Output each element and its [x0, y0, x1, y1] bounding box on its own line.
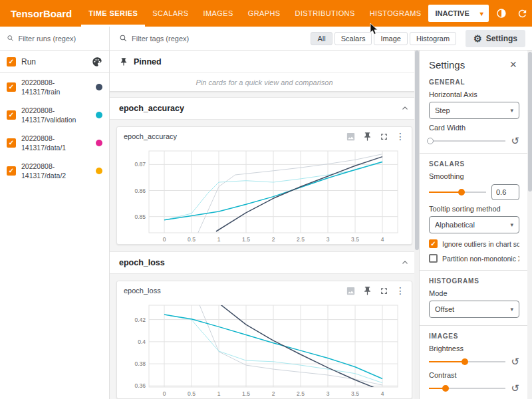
slider-thumb[interactable]	[458, 189, 465, 196]
contrast-label: Contrast	[429, 371, 519, 379]
cards-main-area: Pinned Pin cards for a quick view and co…	[110, 51, 419, 399]
tab-scalars[interactable]: SCALARS	[145, 0, 196, 27]
svg-text:0.42: 0.42	[134, 317, 146, 323]
reset-icon[interactable]: ↺	[511, 383, 519, 393]
tab-time-series[interactable]: TIME SERIES	[81, 0, 145, 27]
reset-icon[interactable]: ↺	[511, 356, 519, 366]
brightness-control: ↺	[429, 356, 519, 366]
more-options-icon[interactable]: ⋮	[396, 286, 405, 295]
tab-images[interactable]: IMAGES	[196, 0, 240, 27]
slider-thumb[interactable]	[427, 138, 434, 144]
svg-text:0.5: 0.5	[188, 236, 196, 243]
search-icon	[7, 34, 14, 43]
reset-icon[interactable]: ↺	[511, 136, 519, 146]
theme-toggle-button[interactable]	[493, 5, 510, 22]
tab-histograms[interactable]: HISTOGRAMS	[362, 0, 429, 27]
refresh-button[interactable]	[514, 5, 531, 22]
run-row-train[interactable]: ✓ 20220808-141317/train	[0, 73, 109, 101]
horizontal-axis-label: Horizontal Axis	[429, 90, 519, 98]
histogram-mode-select[interactable]: Offset ▾	[429, 301, 519, 318]
run-checkbox[interactable]: ✓	[7, 82, 16, 92]
run-checkbox[interactable]: ✓	[7, 110, 16, 120]
settings-scrollbar[interactable]	[527, 51, 532, 399]
ignore-outliers-label: Ignore outliers in chart scaling	[442, 240, 519, 248]
run-row-data-2[interactable]: ✓ 20220808-141317/data/2	[0, 157, 109, 185]
chevron-up-icon[interactable]	[400, 104, 410, 113]
run-checkbox[interactable]: ✓	[7, 138, 16, 148]
svg-text:2: 2	[271, 236, 275, 243]
tooltip-sort-select[interactable]: Alphabetical ▾	[429, 216, 519, 233]
card-actions: ⋮	[346, 132, 405, 142]
svg-text:1: 1	[217, 390, 220, 397]
filter-runs-input[interactable]	[18, 35, 102, 43]
chip-image[interactable]: Image	[374, 32, 408, 45]
histogram-mode-label: Mode	[429, 289, 519, 297]
epoch-loss-chart[interactable]: 00.511.522.533.540.360.380.40.42	[124, 300, 406, 398]
card-container: epoch_accuracy ⋮ 00.511.522.533.540.850.…	[110, 120, 419, 251]
smoothing-label: Smoothing	[429, 172, 519, 180]
card-container: epoch_loss ⋮ 00.511.522.533.540.360.380.…	[110, 274, 419, 399]
settings-panel: Settings × GENERAL Horizontal Axis Step …	[419, 51, 527, 399]
section-header-epoch-loss[interactable]: epoch_loss	[110, 251, 419, 274]
pin-icon[interactable]	[362, 286, 372, 296]
reload-status-dropdown[interactable]: INACTIVE ▾	[428, 5, 488, 22]
ignore-outliers-option[interactable]: ✓ Ignore outliers in chart scaling	[429, 239, 519, 248]
fullscreen-icon[interactable]	[379, 286, 389, 296]
chip-histogram[interactable]: Histogram	[410, 32, 456, 45]
svg-text:0.5: 0.5	[188, 390, 196, 397]
card-width-slider[interactable]	[429, 137, 505, 145]
tab-distributions[interactable]: DISTRIBUTIONS	[288, 0, 362, 27]
horizontal-axis-select[interactable]: Step ▾	[429, 102, 519, 119]
chip-all[interactable]: All	[311, 32, 332, 45]
brightness-slider[interactable]	[429, 358, 505, 366]
contrast-slider[interactable]	[429, 384, 505, 392]
card-actions: ⋮	[346, 286, 405, 296]
contrast-control: ↺	[429, 383, 519, 393]
smoothing-slider[interactable]	[429, 188, 486, 196]
section-title: epoch_accuracy	[119, 104, 184, 113]
scalar-card-epoch-loss: epoch_loss ⋮ 00.511.522.533.540.360.380.…	[116, 281, 412, 399]
partition-x-axis-option[interactable]: ✓ Partition non-monotonic X axis	[429, 254, 519, 263]
settings-button[interactable]: ⚙ Settings	[466, 30, 525, 47]
run-row-data-1[interactable]: ✓ 20220808-141317/data/1	[0, 129, 109, 157]
header-actions: INACTIVE ▾ ⚙ ?	[428, 5, 532, 22]
image-icon[interactable]	[346, 286, 356, 296]
smoothing-value-input[interactable]	[491, 184, 519, 200]
run-checkbox[interactable]: ✓	[7, 166, 16, 176]
svg-text:2.5: 2.5	[297, 236, 305, 243]
scrollbar-thumb[interactable]	[528, 52, 532, 192]
fullscreen-icon[interactable]	[379, 132, 389, 142]
pinned-empty-message: Pin cards for a quick view and compariso…	[110, 73, 419, 92]
smoothing-control	[429, 184, 519, 200]
slider-thumb[interactable]	[462, 358, 468, 365]
svg-text:2: 2	[271, 390, 275, 397]
image-icon[interactable]	[346, 132, 356, 142]
scalars-heading: SCALARS	[429, 160, 519, 168]
slider-thumb[interactable]	[442, 385, 449, 392]
epoch-accuracy-chart[interactable]: 00.511.522.533.540.850.860.87	[124, 146, 406, 244]
more-options-icon[interactable]: ⋮	[396, 132, 405, 141]
close-icon[interactable]: ×	[507, 57, 519, 72]
run-row-validation[interactable]: ✓ 20220808-141317/validation	[0, 101, 109, 129]
brightness-label: Brightness	[429, 344, 519, 352]
chip-scalars[interactable]: Scalars	[334, 32, 372, 45]
section-header-epoch-accuracy[interactable]: epoch_accuracy	[110, 97, 419, 120]
run-name: 20220808-141317/validation	[21, 106, 90, 124]
select-all-runs-checkbox[interactable]: ✓	[7, 57, 16, 66]
main-scrollbar[interactable]	[414, 51, 419, 399]
caret-down-icon: ▾	[510, 221, 513, 228]
filter-tags-input[interactable]	[132, 35, 231, 43]
scalar-card-epoch-accuracy: epoch_accuracy ⋮ 00.511.522.533.540.850.…	[116, 126, 412, 245]
partition-x-axis-checkbox[interactable]: ✓	[429, 254, 438, 263]
palette-icon[interactable]	[92, 57, 102, 67]
tab-graphs[interactable]: GRAPHS	[241, 0, 288, 27]
scrollbar-thumb[interactable]	[415, 51, 419, 250]
card-header: epoch_loss ⋮	[117, 281, 412, 300]
card-title: epoch_accuracy	[124, 132, 346, 140]
ignore-outliers-checkbox[interactable]: ✓	[429, 239, 438, 248]
chevron-up-icon[interactable]	[400, 258, 410, 267]
pin-icon[interactable]	[362, 132, 372, 142]
gear-icon: ⚙	[473, 34, 482, 43]
search-icon	[119, 34, 128, 43]
app-logo: TensorBoard	[0, 8, 81, 19]
